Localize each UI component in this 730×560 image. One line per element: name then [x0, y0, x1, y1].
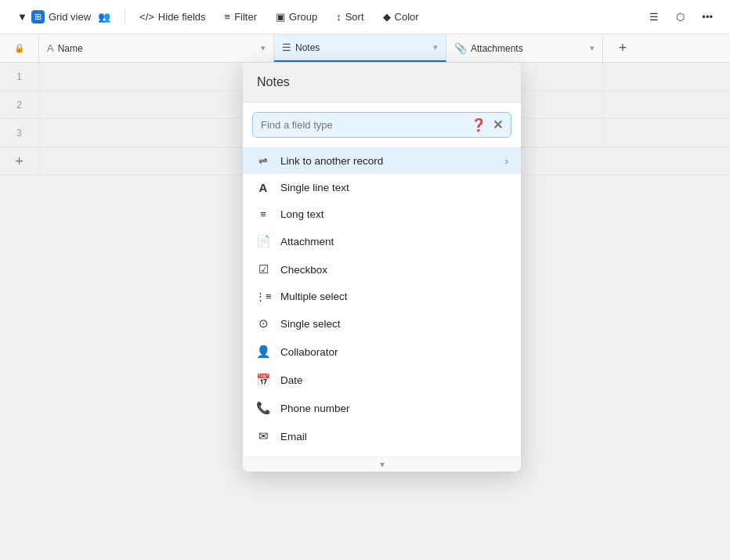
attachment-icon: 📄	[255, 234, 271, 248]
row-height-icon: ☰	[649, 11, 659, 23]
sort-button[interactable]: ↕ Sort	[328, 7, 371, 27]
more-icon: •••	[702, 11, 713, 23]
field-type-label: Phone number	[280, 403, 508, 414]
row-num-cell: 3	[0, 119, 39, 146]
field-type-item-checkbox[interactable]: ☑ Checkbox	[243, 255, 521, 284]
popup-container: Notes ❓ ✕ ⇌ Link to another record › A S…	[243, 63, 521, 471]
help-icon[interactable]: ❓	[471, 117, 486, 132]
name-cell[interactable]	[39, 91, 274, 118]
hide-fields-icon: </>	[139, 11, 154, 23]
field-type-item-long-text[interactable]: ≡ Long text	[243, 201, 521, 227]
column-headers: 🔒 A Name ▾ ☰ Notes ▾ 📎 Attachments ▾ +	[0, 34, 730, 63]
sort-icon: ↕	[336, 11, 342, 23]
field-type-item-collaborator[interactable]: 👤 Collaborator	[243, 338, 521, 366]
grid-view-icon: ⊞	[31, 10, 45, 23]
collaborator-icon: 👤	[255, 345, 271, 359]
divider-1	[125, 9, 125, 25]
row-num-header: 🔒	[0, 34, 39, 62]
toolbar: ▼ ⊞ Grid view 👥 </> Hide fields ≡ Filter…	[0, 0, 730, 34]
field-type-label: Long text	[280, 208, 508, 220]
name-col-chevron: ▾	[261, 43, 266, 53]
chevron-right-icon: ›	[505, 155, 508, 167]
attachments-column-header[interactable]: 📎 Attachments ▾	[446, 34, 603, 62]
group-icon: ▣	[276, 11, 285, 23]
single-select-icon: ⊙	[255, 316, 271, 331]
color-button[interactable]: ◆ Color	[375, 7, 427, 27]
name-cell[interactable]	[39, 63, 274, 90]
more-button[interactable]: •••	[694, 7, 721, 27]
attach-icon: 📎	[454, 42, 467, 54]
field-type-popup: Notes ❓ ✕ ⇌ Link to another record › A S…	[243, 63, 521, 471]
hide-fields-button[interactable]: </> Hide fields	[132, 7, 214, 27]
field-type-item-phone[interactable]: 📞 Phone number	[243, 394, 521, 422]
filter-button[interactable]: ≡ Filter	[217, 7, 265, 27]
field-type-label: Single select	[280, 318, 508, 330]
view-label: Grid view	[49, 11, 91, 23]
link-icon: ⇌	[255, 154, 271, 167]
color-icon: ◆	[383, 11, 391, 23]
add-row-icon: +	[0, 148, 39, 175]
field-type-item-attachment[interactable]: 📄 Attachment	[243, 227, 521, 255]
close-button[interactable]: ✕	[493, 117, 503, 132]
row-num-cell: 1	[0, 63, 39, 90]
search-container: ❓ ✕	[252, 112, 511, 138]
field-type-item-email[interactable]: ✉ Email	[243, 422, 521, 450]
field-type-label: Link to another record	[280, 155, 496, 167]
field-type-item-single-select[interactable]: ⊙ Single select	[243, 309, 521, 338]
field-type-label: Date	[280, 374, 508, 386]
notes-icon: ☰	[282, 42, 291, 53]
long-text-icon: ≡	[255, 208, 271, 220]
single-text-icon: A	[255, 181, 271, 194]
checkbox-icon: ☑	[255, 262, 271, 276]
field-type-item-multi-select[interactable]: ⋮≡ Multiple select	[243, 284, 521, 309]
field-type-label: Multiple select	[280, 291, 508, 302]
notes-column-header[interactable]: ☰ Notes ▾	[274, 34, 446, 62]
dropdown-icon: ▼	[17, 11, 27, 23]
field-type-label: Email	[280, 431, 508, 443]
filter-icon: ≡	[225, 11, 231, 23]
share-icon: ⬡	[676, 11, 685, 23]
attach-col-chevron: ▾	[590, 43, 594, 53]
field-type-label: Collaborator	[280, 346, 508, 358]
field-type-list: ⇌ Link to another record › A Single line…	[243, 144, 521, 457]
view-dropdown-button[interactable]: ▼ ⊞ Grid view 👥	[9, 6, 118, 27]
field-type-label: Attachment	[280, 236, 508, 247]
field-type-label: Single line text	[280, 182, 508, 193]
name-column-header[interactable]: A Name ▾	[39, 34, 274, 62]
text-icon: A	[47, 42, 54, 54]
field-type-item-date[interactable]: 📅 Date	[243, 366, 521, 394]
add-column-button[interactable]: +	[603, 34, 642, 62]
row-height-button[interactable]: ☰	[641, 7, 667, 27]
toolbar-right: ☰ ⬡ •••	[641, 7, 721, 27]
date-icon: 📅	[255, 373, 271, 387]
multi-select-icon: ⋮≡	[255, 291, 271, 302]
users-icon: 👥	[98, 11, 110, 23]
field-type-item-single-text[interactable]: A Single line text	[243, 174, 521, 201]
name-cell[interactable]	[39, 119, 274, 146]
field-type-label: Checkbox	[280, 264, 508, 276]
phone-icon: 📞	[255, 401, 271, 415]
search-input[interactable]	[261, 119, 464, 131]
scroll-down-indicator: ▾	[243, 457, 521, 471]
group-button[interactable]: ▣ Group	[268, 7, 325, 27]
email-icon: ✉	[255, 429, 271, 443]
row-num-cell: 2	[0, 91, 39, 118]
notes-col-chevron: ▾	[433, 42, 438, 52]
field-type-item-link[interactable]: ⇌ Link to another record ›	[243, 147, 521, 174]
popup-title: Notes	[243, 63, 521, 103]
share-button[interactable]: ⬡	[668, 7, 692, 27]
lock-icon: 🔒	[14, 43, 25, 53]
